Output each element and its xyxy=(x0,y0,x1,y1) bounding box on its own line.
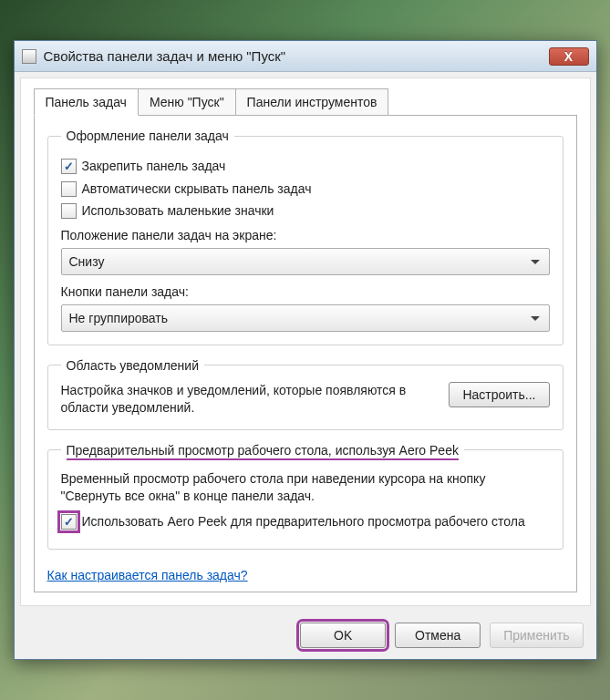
autohide-row: Автоматически скрывать панель задач xyxy=(61,180,550,197)
autohide-checkbox[interactable] xyxy=(61,181,77,197)
window-title: Свойства панели задач и меню "Пуск" xyxy=(44,48,549,64)
lock-checkbox[interactable] xyxy=(61,159,77,174)
autohide-label: Автоматически скрывать панель задач xyxy=(82,180,312,197)
aeropeek-desc: Временный просмотр рабочего стола при на… xyxy=(61,470,550,505)
tab-strip: Панель задач Меню "Пуск" Панели инструме… xyxy=(34,88,577,116)
position-value: Снизу xyxy=(69,254,105,269)
titlebar: Свойства панели задач и меню "Пуск" X xyxy=(15,41,596,72)
properties-dialog: Свойства панели задач и меню "Пуск" X Па… xyxy=(14,40,597,659)
appearance-group: Оформление панели задач Закрепить панель… xyxy=(47,129,563,345)
buttons-label: Кнопки панели задач: xyxy=(61,284,550,299)
smallicons-row: Использовать маленькие значки xyxy=(61,202,550,219)
dialog-content: Панель задач Меню "Пуск" Панели инструме… xyxy=(20,77,591,605)
tab-panel-taskbar: Оформление панели задач Закрепить панель… xyxy=(34,115,577,592)
aeropeek-group: Предварительный просмотр рабочего стола,… xyxy=(47,443,563,550)
aeropeek-row: Использовать Aero Peek для предварительн… xyxy=(61,513,550,530)
position-select[interactable]: Снизу xyxy=(61,248,550,275)
app-icon xyxy=(22,49,36,64)
appearance-legend: Оформление панели задач xyxy=(61,129,234,143)
tab-startmenu[interactable]: Меню "Пуск" xyxy=(138,88,236,116)
aeropeek-legend: Предварительный просмотр рабочего стола,… xyxy=(61,443,464,458)
buttons-value: Не группировать xyxy=(69,311,169,325)
position-label: Положение панели задач на экране: xyxy=(61,228,550,242)
close-icon: X xyxy=(564,49,573,64)
tab-taskbar[interactable]: Панель задач xyxy=(34,88,139,116)
notifications-legend: Область уведомлений xyxy=(61,358,205,373)
notifications-group: Область уведомлений Настройка значков и … xyxy=(47,358,563,430)
help-link[interactable]: Как настраивается панель задач? xyxy=(47,568,248,582)
ok-button[interactable]: OK xyxy=(300,623,386,648)
notifications-desc: Настройка значков и уведомлений, которые… xyxy=(61,382,439,417)
dialog-footer: OK Отмена Применить xyxy=(15,612,596,659)
buttons-select[interactable]: Не группировать xyxy=(61,304,550,332)
smallicons-checkbox[interactable] xyxy=(61,203,77,219)
lock-row: Закрепить панель задач xyxy=(61,158,550,174)
aeropeek-label: Использовать Aero Peek для предварительн… xyxy=(82,513,525,530)
cancel-button[interactable]: Отмена xyxy=(395,623,481,648)
smallicons-label: Использовать маленькие значки xyxy=(82,202,274,219)
close-button[interactable]: X xyxy=(549,47,589,66)
apply-button[interactable]: Применить xyxy=(490,623,583,648)
tab-toolbars[interactable]: Панели инструментов xyxy=(235,88,389,116)
lock-label: Закрепить панель задач xyxy=(82,158,226,174)
aeropeek-checkbox[interactable] xyxy=(61,514,77,530)
customize-button[interactable]: Настроить... xyxy=(449,382,549,407)
